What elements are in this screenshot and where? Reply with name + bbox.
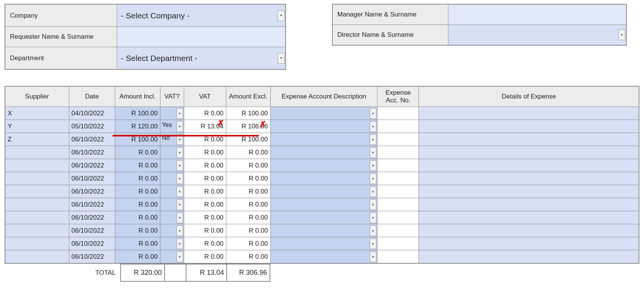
amount-incl-cell[interactable]: R 120.00 [115, 121, 160, 132]
chevron-down-icon[interactable]: ▾ [177, 199, 183, 210]
supplier-cell[interactable] [5, 151, 69, 154]
date-cell[interactable]: 06/10/2022 [69, 173, 115, 184]
supplier-cell[interactable]: Z [5, 134, 69, 145]
chevron-down-icon[interactable]: ▾ [370, 199, 376, 210]
details-cell[interactable] [419, 203, 639, 206]
chevron-down-icon[interactable]: ▾ [177, 108, 183, 119]
date-cell[interactable]: 06/10/2022 [69, 160, 115, 171]
vatq-dropdown[interactable]: ▾ [160, 172, 184, 185]
amount-incl-cell[interactable]: R 0.00 [115, 212, 160, 223]
details-cell[interactable] [419, 255, 639, 258]
amount-incl-cell[interactable]: R 100.00 [115, 134, 160, 145]
amount-incl-cell[interactable]: R 0.00 [115, 238, 160, 249]
vatq-dropdown[interactable]: ▾ [160, 159, 184, 172]
amount-incl-cell[interactable]: R 100.00 [115, 108, 160, 119]
amount-incl-cell[interactable]: R 0.00 [115, 225, 160, 236]
chevron-down-icon[interactable]: ▾ [278, 53, 284, 64]
desc-dropdown[interactable]: ▾ [271, 120, 378, 133]
details-cell[interactable] [419, 242, 639, 245]
details-cell[interactable] [419, 177, 639, 180]
supplier-cell[interactable] [5, 190, 69, 193]
amount-incl-cell[interactable]: R 0.00 [115, 186, 160, 197]
supplier-cell[interactable] [5, 164, 69, 167]
chevron-down-icon[interactable]: ▾ [370, 238, 376, 249]
details-cell[interactable] [419, 164, 639, 167]
vatq-dropdown[interactable]: ▾ [160, 146, 184, 159]
date-cell[interactable]: 06/10/2022 [69, 225, 115, 236]
supplier-cell[interactable]: X [5, 108, 69, 119]
chevron-down-icon[interactable]: ▾ [370, 225, 376, 236]
desc-dropdown[interactable]: ▾ [271, 146, 378, 159]
chevron-down-icon[interactable]: ▾ [177, 134, 183, 145]
details-cell[interactable] [419, 151, 639, 154]
date-cell[interactable]: 06/10/2022 [69, 134, 115, 145]
chevron-down-icon[interactable]: ▾ [370, 212, 376, 223]
vatq-dropdown[interactable]: ▾ [160, 107, 184, 120]
date-cell[interactable]: 06/10/2022 [69, 212, 115, 223]
desc-dropdown[interactable]: ▾ [271, 172, 378, 185]
desc-dropdown[interactable]: ▾ [271, 198, 378, 211]
vatq-dropdown[interactable]: ▾ [160, 224, 184, 237]
amount-incl-cell[interactable]: R 0.00 [115, 160, 160, 171]
chevron-down-icon[interactable]: ▾ [370, 134, 376, 145]
manager-input[interactable] [448, 4, 626, 25]
chevron-down-icon[interactable]: ▾ [618, 30, 625, 40]
chevron-down-icon[interactable]: ▾ [370, 121, 376, 132]
desc-dropdown[interactable]: ▾ [271, 250, 378, 263]
requester-input[interactable] [117, 27, 286, 47]
desc-dropdown[interactable]: ▾ [271, 107, 378, 120]
desc-dropdown[interactable]: ▾ [271, 237, 378, 250]
desc-dropdown[interactable]: ▾ [271, 159, 378, 172]
date-cell[interactable]: 06/10/2022 [69, 238, 115, 249]
chevron-down-icon[interactable]: ▾ [278, 10, 284, 21]
date-cell[interactable]: 06/10/2022 [69, 199, 115, 210]
details-cell[interactable] [419, 229, 639, 232]
amount-incl-cell[interactable]: R 0.00 [115, 173, 160, 184]
amount-incl-cell[interactable]: R 0.00 [115, 199, 160, 210]
desc-dropdown[interactable]: ▾ [271, 185, 378, 198]
chevron-down-icon[interactable]: ▾ [370, 108, 376, 119]
details-cell[interactable] [419, 216, 639, 219]
chevron-down-icon[interactable]: ▾ [177, 186, 183, 197]
chevron-down-icon[interactable]: ▾ [370, 251, 376, 262]
chevron-down-icon[interactable]: ▾ [177, 225, 183, 236]
desc-dropdown[interactable]: ▾ [271, 133, 378, 146]
chevron-down-icon[interactable]: ▾ [370, 160, 376, 171]
chevron-down-icon[interactable]: ▾ [177, 147, 183, 158]
date-cell[interactable]: 04/10/2022 [69, 108, 115, 119]
details-cell[interactable] [419, 112, 639, 115]
chevron-down-icon[interactable]: ▾ [177, 212, 183, 223]
vatq-dropdown[interactable]: ▾ [160, 198, 184, 211]
chevron-down-icon[interactable]: ▾ [177, 160, 183, 171]
details-cell[interactable] [419, 190, 639, 193]
amount-incl-cell[interactable]: R 0.00 [115, 147, 160, 158]
chevron-down-icon[interactable]: ▾ [177, 251, 183, 262]
desc-dropdown[interactable]: ▾ [271, 224, 378, 237]
amount-incl-cell[interactable]: R 0.00 [115, 251, 160, 262]
chevron-down-icon[interactable]: ▾ [177, 238, 183, 249]
chevron-down-icon[interactable]: ▾ [177, 173, 183, 184]
vatq-dropdown[interactable]: ▾ [160, 211, 184, 224]
supplier-cell[interactable]: Y [5, 121, 69, 132]
details-cell[interactable] [419, 125, 639, 128]
supplier-cell[interactable] [5, 255, 69, 258]
chevron-down-icon[interactable]: ▾ [370, 147, 376, 158]
supplier-cell[interactable] [5, 229, 69, 232]
vatq-dropdown[interactable]: ▾ [160, 237, 184, 250]
director-dropdown[interactable]: ▾ [448, 25, 626, 46]
vatq-dropdown[interactable]: ▾ [160, 250, 184, 263]
date-cell[interactable]: 06/10/2022 [69, 147, 115, 158]
vatq-dropdown[interactable]: Yes▾ [160, 120, 184, 133]
supplier-cell[interactable] [5, 216, 69, 219]
company-dropdown[interactable]: - Select Company - ▾ [117, 4, 286, 27]
details-cell[interactable] [419, 138, 639, 141]
vatq-dropdown[interactable]: No▾ [160, 133, 184, 146]
supplier-cell[interactable] [5, 242, 69, 245]
date-cell[interactable]: 05/10/2022 [69, 121, 115, 132]
date-cell[interactable]: 06/10/2022 [69, 251, 115, 262]
supplier-cell[interactable] [5, 177, 69, 180]
vatq-dropdown[interactable]: ▾ [160, 185, 184, 198]
desc-dropdown[interactable]: ▾ [271, 211, 378, 224]
chevron-down-icon[interactable]: ▾ [177, 121, 183, 132]
chevron-down-icon[interactable]: ▾ [370, 173, 376, 184]
